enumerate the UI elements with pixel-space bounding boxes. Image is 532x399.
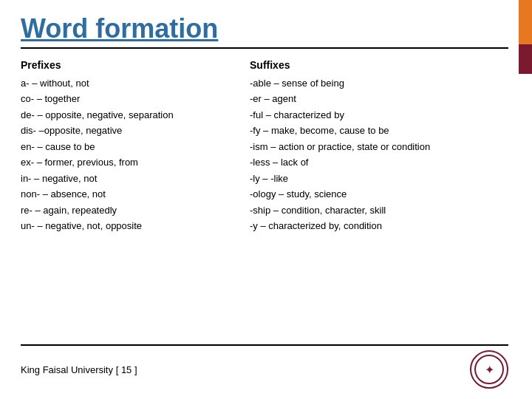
suffixes-column: Suffixes -able – sense of being -er – ag… — [250, 59, 508, 344]
list-item: co- – together — [21, 91, 228, 106]
bracket-open: [ — [116, 364, 119, 375]
list-item: a- – without, not — [21, 75, 228, 91]
list-item: non- – absence, not — [21, 186, 228, 202]
title-section: Word formation — [21, 13, 508, 49]
suffixes-heading: Suffixes — [250, 59, 508, 71]
prefixes-list: a- – without, not co- – together de- – o… — [21, 75, 228, 233]
list-item: -fy – make, become, cause to be — [250, 123, 508, 138]
list-item: ex- – former, previous, from — [21, 154, 228, 170]
accent-bar-orange — [519, 0, 532, 44]
university-logo: ✦ — [470, 350, 508, 389]
prefixes-heading: Prefixes — [21, 59, 228, 71]
list-item: -ful – characterized by — [250, 107, 508, 123]
list-item: -ly – -like — [250, 171, 508, 186]
list-item: dis- –opposite, negative — [21, 123, 228, 138]
list-item: -ism – action or practice, state or cond… — [250, 139, 508, 154]
page-title: Word formation — [21, 13, 508, 44]
list-item: en- – cause to be — [21, 139, 228, 154]
list-item: -able – sense of being — [250, 75, 508, 91]
page-number: 15 — [121, 364, 132, 375]
footer: King Faisal University [ 15 ] ✦ — [21, 344, 508, 389]
logo-inner: ✦ — [474, 355, 504, 384]
list-item: in- – negative, not — [21, 171, 228, 186]
page-content: Word formation Prefixes a- – without, no… — [0, 0, 532, 399]
list-item: -y – characterized by, condition — [250, 218, 508, 233]
list-item: -ology – study, science — [250, 186, 508, 202]
accent-bar-maroon — [519, 44, 532, 74]
list-item: -ship – condition, character, skill — [250, 202, 508, 218]
list-item: de- – opposite, negative, separation — [21, 107, 228, 123]
list-item: -er – agent — [250, 91, 508, 106]
bracket-close: ] — [134, 364, 137, 375]
list-item: -less – lack of — [250, 154, 508, 170]
columns-container: Prefixes a- – without, not co- – togethe… — [21, 59, 508, 344]
footer-text: King Faisal University [ 15 ] — [21, 364, 137, 375]
university-name: King Faisal University — [21, 364, 113, 375]
list-item: re- – again, repeatedly — [21, 202, 228, 218]
prefixes-column: Prefixes a- – without, not co- – togethe… — [21, 59, 228, 344]
logo-star-icon: ✦ — [485, 363, 494, 377]
list-item: un- – negative, not, opposite — [21, 218, 228, 233]
suffixes-list: -able – sense of being -er – agent -ful … — [250, 75, 508, 233]
